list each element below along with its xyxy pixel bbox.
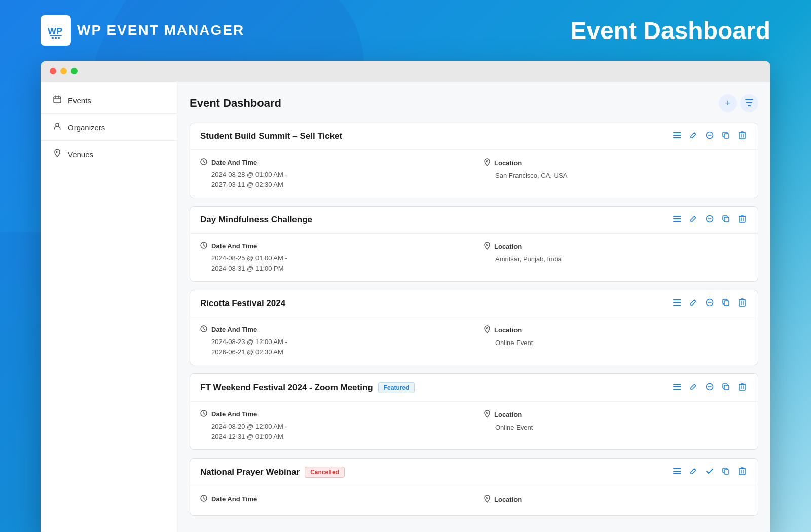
edit-icon[interactable] bbox=[688, 383, 699, 393]
copy-icon[interactable] bbox=[720, 215, 731, 225]
sidebar-events-label: Events bbox=[68, 96, 91, 105]
event-body-event-2: Date And Time 2024-08-25 @ 01:00 AM -202… bbox=[190, 234, 758, 281]
sidebar-item-venues[interactable]: Venues bbox=[41, 141, 177, 167]
delete-icon[interactable] bbox=[736, 215, 748, 225]
event-header-event-4: FT Weekend Festival 2024 - Zoom Meeting … bbox=[190, 374, 758, 402]
copy-icon[interactable] bbox=[720, 131, 731, 141]
event-badge-cancelled: Cancelled bbox=[305, 467, 345, 478]
event-datetime-section: Date And Time 2024-08-28 @ 01:00 AM -202… bbox=[200, 158, 464, 189]
event-header-event-2: Day Mindfulness Challenge bbox=[190, 207, 758, 234]
edit-icon[interactable] bbox=[688, 467, 699, 477]
copy-icon[interactable] bbox=[720, 298, 731, 309]
event-actions-event-4 bbox=[672, 383, 748, 393]
svg-rect-31 bbox=[739, 216, 745, 222]
location-icon bbox=[484, 242, 490, 251]
clock-icon bbox=[200, 495, 207, 503]
app-header: WP WP EVENT MANAGER Event Dashboard bbox=[0, 0, 811, 61]
event-actions-event-2 bbox=[672, 215, 748, 225]
sidebar-item-organizers[interactable]: Organizers bbox=[41, 114, 177, 141]
logo-area: WP WP EVENT MANAGER bbox=[41, 15, 244, 46]
logo-icon: WP bbox=[41, 15, 71, 46]
delete-icon[interactable] bbox=[736, 298, 748, 309]
calendar-icon bbox=[53, 95, 62, 105]
check-icon[interactable] bbox=[704, 467, 715, 477]
dashboard-title: Event Dashboard bbox=[190, 97, 281, 110]
delete-icon[interactable] bbox=[736, 383, 748, 393]
event-location-section: Location Online Event bbox=[484, 410, 748, 441]
person-icon bbox=[53, 122, 62, 132]
list-icon[interactable] bbox=[672, 299, 683, 308]
svg-rect-2 bbox=[50, 35, 62, 36]
add-event-button[interactable]: + bbox=[719, 94, 737, 112]
event-card-event-3: Ricotta Festival 2024 bbox=[190, 290, 758, 365]
event-actions-event-3 bbox=[672, 298, 748, 309]
sidebar-item-events[interactable]: Events bbox=[41, 87, 177, 114]
clock-icon bbox=[200, 410, 207, 419]
edit-icon[interactable] bbox=[688, 131, 699, 141]
cancel-icon[interactable] bbox=[704, 131, 715, 141]
header-actions: + bbox=[719, 94, 758, 112]
cancel-icon[interactable] bbox=[704, 215, 715, 225]
event-date-value: 2024-08-23 @ 12:00 AM -2026-06-21 @ 02:3… bbox=[200, 337, 464, 357]
event-location-section: Location San Francisco, CA, USA bbox=[484, 158, 748, 189]
event-body-event-1: Date And Time 2024-08-28 @ 01:00 AM -202… bbox=[190, 150, 758, 198]
copy-icon[interactable] bbox=[720, 467, 731, 477]
event-location-value: Online Event bbox=[484, 423, 748, 433]
filter-button[interactable] bbox=[740, 94, 758, 112]
svg-rect-3 bbox=[52, 37, 54, 39]
list-icon[interactable] bbox=[672, 468, 683, 477]
svg-text:WP: WP bbox=[48, 26, 62, 36]
location-icon bbox=[484, 410, 490, 420]
svg-rect-67 bbox=[724, 470, 729, 474]
svg-rect-6 bbox=[54, 97, 61, 103]
svg-rect-43 bbox=[724, 301, 729, 306]
svg-point-11 bbox=[57, 151, 58, 153]
svg-point-24 bbox=[487, 161, 488, 162]
close-button[interactable] bbox=[50, 68, 56, 74]
sidebar-organizers-label: Organizers bbox=[68, 123, 105, 132]
svg-rect-56 bbox=[724, 385, 729, 390]
list-icon[interactable] bbox=[672, 215, 683, 224]
location-icon bbox=[484, 325, 490, 335]
location-icon bbox=[484, 158, 490, 168]
location-icon bbox=[484, 495, 490, 504]
event-title-event-3: Ricotta Festival 2024 bbox=[200, 298, 285, 309]
maximize-button[interactable] bbox=[71, 68, 78, 74]
main-content: Event Dashboard + bbox=[177, 82, 770, 532]
list-icon[interactable] bbox=[672, 132, 683, 141]
filter-icon bbox=[745, 98, 753, 109]
event-card-event-5: National Prayer Webinar Cancelled bbox=[190, 458, 758, 516]
copy-icon[interactable] bbox=[720, 383, 731, 393]
events-list: Student Build Summit – Sell Ticket bbox=[190, 123, 758, 516]
event-header-event-1: Student Build Summit – Sell Ticket bbox=[190, 123, 758, 150]
cancel-icon[interactable] bbox=[704, 383, 715, 393]
event-location-section: Location bbox=[484, 495, 748, 507]
svg-point-10 bbox=[56, 123, 59, 126]
event-date-value: 2024-08-28 @ 01:00 AM -2027-03-11 @ 02:3… bbox=[200, 170, 464, 189]
event-datetime-section: Date And Time 2024-08-23 @ 12:00 AM -202… bbox=[200, 325, 464, 357]
event-location-value: Online Event bbox=[484, 338, 748, 348]
window-body: Events Organizers Venues bbox=[41, 82, 770, 532]
edit-icon[interactable] bbox=[688, 215, 699, 225]
delete-icon[interactable] bbox=[736, 131, 748, 141]
svg-point-63 bbox=[487, 412, 488, 414]
clock-icon bbox=[200, 325, 207, 334]
logo-text: WP EVENT MANAGER bbox=[77, 22, 244, 39]
delete-icon[interactable] bbox=[736, 467, 748, 477]
svg-rect-17 bbox=[724, 134, 729, 138]
list-icon[interactable] bbox=[672, 383, 683, 392]
svg-point-74 bbox=[487, 497, 488, 499]
event-location-value: San Francisco, CA, USA bbox=[484, 171, 748, 181]
cancel-icon[interactable] bbox=[704, 298, 715, 309]
pin-icon bbox=[53, 149, 62, 159]
plus-icon: + bbox=[725, 98, 731, 109]
sidebar: Events Organizers Venues bbox=[41, 82, 177, 532]
event-datetime-section: Date And Time bbox=[200, 495, 464, 507]
window-titlebar bbox=[41, 61, 770, 82]
event-location-value: Amritsar, Punjab, India bbox=[484, 254, 748, 264]
minimize-button[interactable] bbox=[60, 68, 67, 74]
page-title: Event Dashboard bbox=[570, 17, 770, 45]
clock-icon bbox=[200, 242, 207, 250]
clock-icon bbox=[200, 158, 207, 167]
edit-icon[interactable] bbox=[688, 298, 699, 309]
